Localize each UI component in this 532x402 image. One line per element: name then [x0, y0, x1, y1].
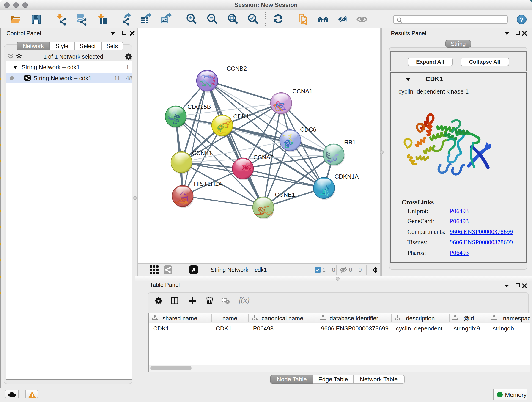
- svg-text:CCNE1: CCNE1: [275, 191, 295, 198]
- svg-text:CDKN1A: CDKN1A: [334, 173, 359, 180]
- svg-text:CCNB2: CCNB2: [226, 65, 247, 72]
- svg-text:CCNB1: CCNB1: [192, 150, 212, 157]
- svg-text:CDC6: CDC6: [300, 126, 316, 133]
- svg-text:CCNA2: CCNA2: [253, 154, 273, 161]
- svg-text:CCNA1: CCNA1: [292, 88, 312, 95]
- svg-text:CDC25B: CDC25B: [187, 103, 211, 110]
- svg-text:RB1: RB1: [344, 139, 355, 146]
- svg-text:HIST1H1A: HIST1H1A: [194, 180, 222, 187]
- svg-text:CDK1: CDK1: [233, 113, 249, 120]
